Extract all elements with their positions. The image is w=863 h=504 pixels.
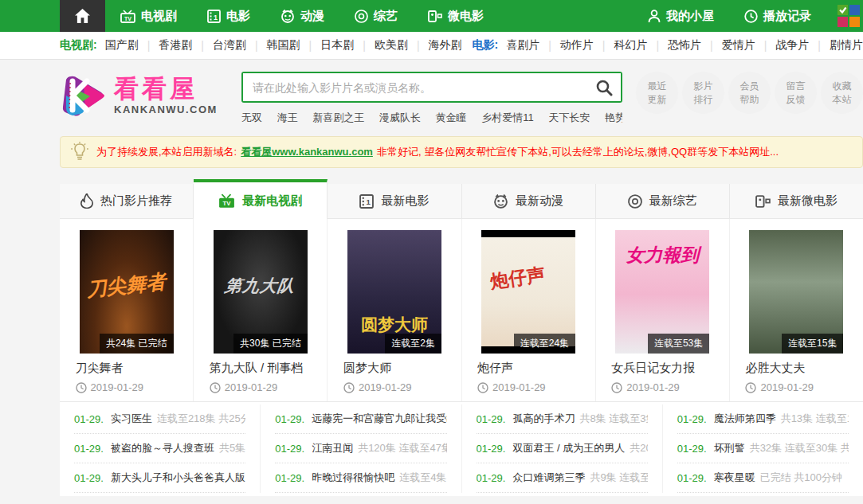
list-item[interactable]: 01-29. 魔法师第四季 共13集 连载至1集 <box>677 404 849 434</box>
movie-title[interactable]: 刀尖舞者 <box>76 361 178 376</box>
movie-title[interactable]: 必胜大丈夫 <box>745 361 847 376</box>
main-content: 刀尖舞者 共24集 已完结 刀尖舞者 2019-01-29 第九大队 共30集 … <box>60 219 863 496</box>
search-box <box>241 72 622 103</box>
cat-tv-western[interactable]: 欧美剧 <box>375 38 408 53</box>
cat-movie-romance[interactable]: 爱情片 <box>722 38 755 53</box>
notice-domain-link[interactable]: 看看屋www.kankanwu.com <box>241 145 373 159</box>
site-header: 看看屋 KANKANWU.COM 无双 海王 新喜剧之王 漫威队长 黄金瞳 乡村… <box>60 60 863 133</box>
recent-updates-button[interactable]: 最近 更新 <box>636 72 678 114</box>
list-item[interactable]: 01-29. 寒夜星暖 已完结 共100分钟 <box>677 463 849 493</box>
movie-category-label: 电影: <box>472 38 498 53</box>
cat-movie-action[interactable]: 动作片 <box>560 38 594 53</box>
home-button[interactable] <box>60 0 105 32</box>
episode-badge: 连载至24集 <box>514 334 575 354</box>
movie-card[interactable]: 炮仔声 连载至24集 炮仔声 2019-01-29 <box>462 219 596 401</box>
movie-title[interactable]: 女兵日记女力报 <box>611 361 713 376</box>
hot-keyword[interactable]: 漫威队长 <box>379 111 421 123</box>
bookmark-site-button[interactable]: 收藏 本站 <box>821 72 863 114</box>
hot-keyword[interactable]: 海王 <box>277 111 298 123</box>
feedback-button[interactable]: 留言 反馈 <box>775 72 817 114</box>
movie-title[interactable]: 第九大队 / 刑事档 <box>210 361 312 376</box>
search-input[interactable] <box>243 73 587 101</box>
movie-title[interactable]: 炮仔声 <box>477 361 579 376</box>
list-item[interactable]: 01-29. 江南丑闻 共120集 连载至47集 共 <box>275 434 446 463</box>
movie-card[interactable]: 第九大队 共30集 已完结 第九大队 / 刑事档 2019-01-29 <box>194 219 328 401</box>
movie-card[interactable]: 圆梦大师 连载至2集 圆梦大师 2019-01-29 <box>328 219 461 401</box>
svg-text:1: 1 <box>214 13 218 21</box>
latest-updates-list: 01-29. 实习医生 连载至218集 共25分钟 01-29. 被盗的脸～寻人… <box>60 401 863 496</box>
cat-movie-scifi[interactable]: 科幻片 <box>614 38 647 53</box>
nav-item-micro-movie[interactable]: 微电影 <box>413 0 499 32</box>
hot-keyword[interactable]: 乡村爱情11 <box>481 111 534 123</box>
nav-item-anime[interactable]: 动漫 <box>265 0 339 32</box>
hot-keyword[interactable]: 无双 <box>241 111 262 123</box>
tab-latest-micro-movies[interactable]: 最新微电影 <box>730 184 863 219</box>
cat-movie-horror[interactable]: 恐怖片 <box>668 38 701 53</box>
tab-latest-anime[interactable]: 最新动漫 <box>462 184 596 219</box>
cat-movie-drama[interactable]: 剧情片 <box>830 38 863 53</box>
nav-item-label: 综艺 <box>374 9 398 24</box>
cat-movie-war[interactable]: 战争片 <box>775 38 809 53</box>
hot-keyword[interactable]: 艳势番之新青年 <box>605 111 622 123</box>
latest-tv-cards: 刀尖舞者 共24集 已完结 刀尖舞者 2019-01-29 第九大队 共30集 … <box>60 219 863 401</box>
hot-keyword[interactable]: 新喜剧之王 <box>312 111 364 123</box>
search-area: 无双 海王 新喜剧之王 漫威队长 黄金瞳 乡村爱情11 天下长安 艳势番之新青年 <box>241 72 622 125</box>
nav-item-play-history[interactable]: 播放记录 <box>729 0 826 32</box>
cat-tv-domestic[interactable]: 国产剧 <box>105 38 139 53</box>
list-item[interactable]: 01-29. 被盗的脸～寻人搜查班 共5集 连载 <box>74 434 245 463</box>
cat-tv-overseas[interactable]: 海外剧 <box>429 38 462 53</box>
update-date: 2019-01-29 <box>626 381 680 393</box>
member-help-button[interactable]: 会员 帮助 <box>728 72 771 114</box>
list-item[interactable]: 01-29. 坏刑警 共32集 连载至30集 共30分 <box>677 434 849 463</box>
movie-card[interactable]: 女力報到 连载至53集 女兵日记女力报 2019-01-29 <box>596 219 730 401</box>
cat-movie-comedy[interactable]: 喜剧片 <box>506 38 539 53</box>
movie-card[interactable]: 刀尖舞者 共24集 已完结 刀尖舞者 2019-01-29 <box>60 219 194 401</box>
list-item[interactable]: 01-29. 远藤宪一和宫藤官九郎让我受教 共 <box>275 404 446 434</box>
episode-badge: 共30集 已完结 <box>233 334 308 354</box>
tab-latest-tv-series[interactable]: TV 最新电视剧 <box>194 179 328 219</box>
movie-poster[interactable]: 炮仔声 连载至24集 <box>481 230 575 354</box>
hot-keyword[interactable]: 天下长安 <box>548 111 590 123</box>
clock-icon <box>343 382 355 393</box>
update-date: 2019-01-29 <box>760 381 814 393</box>
nav-item-tv-series[interactable]: TV 电视剧 <box>105 0 192 32</box>
list-item[interactable]: 01-29. 双面君王 / 成为王的男人 共20 <box>477 434 648 463</box>
hot-keyword[interactable]: 黄金瞳 <box>436 111 467 123</box>
cat-tv-korea[interactable]: 韩国剧 <box>267 38 300 53</box>
nav-item-variety[interactable]: 综艺 <box>339 0 413 32</box>
nav-item-my-house[interactable]: 我的小屋 <box>633 0 729 32</box>
category-bar: 电视剧: 国产剧| 香港剧| 台湾剧| 韩国剧| 日本剧| 欧美剧| 海外剧 电… <box>0 32 863 60</box>
episode-badge: 共24集 已完结 <box>100 334 174 354</box>
cat-tv-hongkong[interactable]: 香港剧 <box>159 38 192 53</box>
list-item[interactable]: 01-29. 实习医生 连载至218集 共25分钟 <box>74 404 245 434</box>
clock-icon <box>611 382 622 393</box>
nav-item-label: 动漫 <box>300 9 324 24</box>
apps-grid-icon[interactable] <box>826 0 863 32</box>
list-item[interactable]: 01-29. 新大头儿子和小头爸爸真人版 共 <box>74 463 245 493</box>
movie-poster[interactable]: 刀尖舞者 共24集 已完结 <box>80 230 174 354</box>
tab-latest-movies[interactable]: 1 最新电影 <box>328 184 461 219</box>
cat-tv-japan[interactable]: 日本剧 <box>320 38 354 53</box>
nav-item-movies[interactable]: 1 电影 <box>192 0 265 32</box>
movie-poster[interactable]: 连载至15集 <box>749 230 843 354</box>
clock-icon <box>477 382 488 393</box>
tv-icon: TV <box>218 193 235 209</box>
clock-icon <box>744 10 758 23</box>
movie-title[interactable]: 圆梦大师 <box>343 361 445 376</box>
cat-tv-taiwan[interactable]: 台湾剧 <box>213 38 246 53</box>
list-item[interactable]: 01-29. 昨晚过得很愉快吧 连载至4集 共30 <box>275 463 446 493</box>
search-button[interactable] <box>587 73 621 101</box>
movie-poster[interactable]: 第九大队 共30集 已完结 <box>214 230 308 354</box>
movie-poster[interactable]: 女力報到 连载至53集 <box>615 230 709 354</box>
site-logo[interactable]: 看看屋 KANKANWU.COM <box>60 72 241 119</box>
movie-poster[interactable]: 圆梦大师 连载至2集 <box>347 230 441 354</box>
nav-item-label: 我的小屋 <box>666 9 714 24</box>
list-item[interactable]: 01-29. 众口难调第三季 共9集 连载至2 <box>477 463 648 493</box>
movie-card[interactable]: 连载至15集 必胜大丈夫 2019-01-29 <box>730 219 863 401</box>
tab-latest-variety[interactable]: 最新综艺 <box>596 184 730 219</box>
movie-ranking-button[interactable]: 影片 排行 <box>682 72 724 114</box>
tab-hot-recommend[interactable]: 热门影片推荐 <box>60 184 194 219</box>
list-item[interactable]: 01-29. 孤高的手术刀 共8集 连载至3集 共 <box>477 404 648 434</box>
notice-bar: 为了持续发展,本站启用新域名: 看看屋www.kankanwu.com 非常好记… <box>60 136 863 168</box>
camera-icon <box>755 194 771 209</box>
